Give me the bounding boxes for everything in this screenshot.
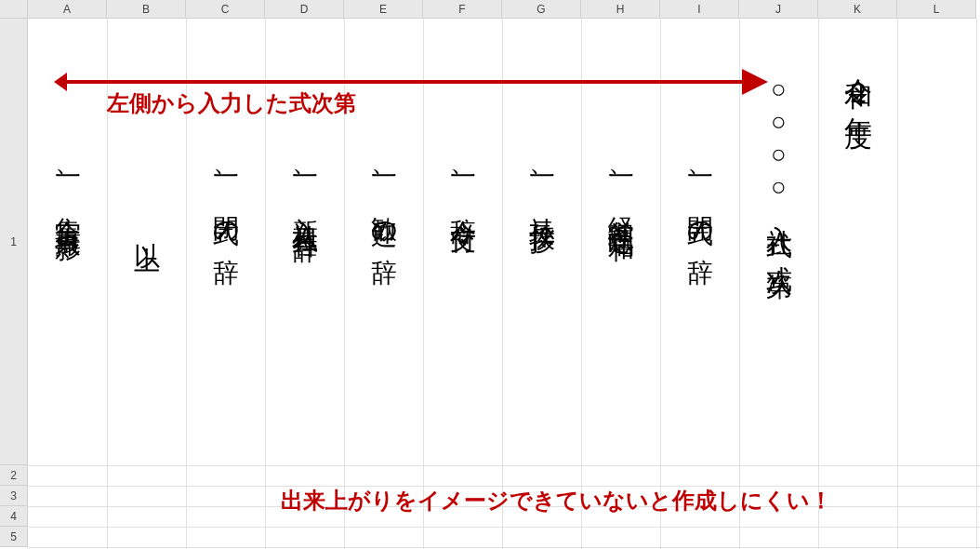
- annotation-bottom: 出来上がりをイメージできていないと作成しにくい！: [281, 486, 832, 516]
- row-head-5[interactable]: 5: [0, 527, 28, 547]
- column-headers: A B C D E F G H I J K L: [0, 0, 976, 19]
- row-head-1[interactable]: 1: [0, 19, 28, 465]
- col-head-E[interactable]: E: [344, 0, 423, 19]
- row-head-2[interactable]: 2: [0, 465, 28, 486]
- row-head-4[interactable]: 4: [0, 506, 28, 527]
- col-head-G[interactable]: G: [502, 0, 581, 19]
- row-head-3[interactable]: 3: [0, 486, 28, 506]
- corner-cell[interactable]: [0, 0, 28, 19]
- row-headers: 1 2 3 4 5: [0, 19, 28, 547]
- col-head-H[interactable]: H: [581, 0, 660, 19]
- annotation-top: 左側から入力した式次第: [107, 88, 356, 118]
- cell-F1-text: 一、辞令交付: [449, 163, 475, 211]
- spreadsheet-grid: A B C D E F G H I J K L 1 2 3 4 5: [0, 0, 980, 549]
- cell-G1-text: 一、社長挨拶: [528, 163, 554, 211]
- cell-B1-text: 以上: [133, 163, 159, 230]
- col-head-K[interactable]: K: [818, 0, 897, 19]
- col-head-B[interactable]: B: [107, 0, 186, 19]
- col-head-I[interactable]: I: [660, 0, 739, 19]
- cell-H1-text: 一、経営理念唱和: [607, 163, 633, 219]
- col-head-L[interactable]: L: [897, 0, 976, 19]
- cell-A1-text: 一、集合写真撮影: [54, 163, 80, 219]
- col-head-J[interactable]: J: [739, 0, 818, 19]
- col-head-A[interactable]: A: [28, 0, 107, 19]
- cell-I1-text: 一、開式の辞: [686, 163, 712, 241]
- arrow-head-icon: [742, 69, 768, 95]
- cell-J1-text: ○○○○入社式 式次第: [765, 74, 791, 257]
- cell-C1-text: 一、閉式の辞: [212, 163, 238, 241]
- col-head-D[interactable]: D: [265, 0, 344, 19]
- cell-D1-text: 一、新入社員答辞: [291, 163, 317, 219]
- arrow-shaft: [65, 80, 744, 84]
- col-head-F[interactable]: F: [423, 0, 502, 19]
- cell-K1-text: 令和２年度: [844, 56, 872, 102]
- col-head-C[interactable]: C: [186, 0, 265, 19]
- cell-E1-text: 一、歓迎の辞: [370, 163, 396, 241]
